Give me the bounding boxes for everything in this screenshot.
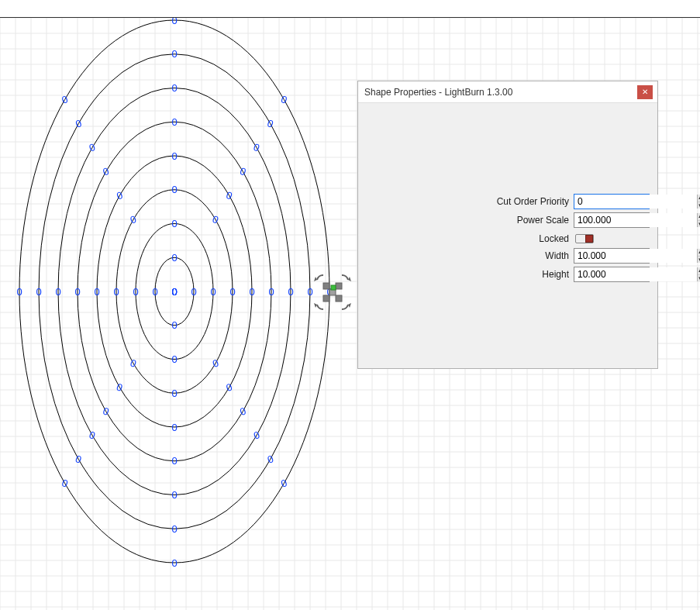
dialog-title: Shape Properties - LightBurn 1.3.00 — [364, 87, 637, 98]
svg-text:0: 0 — [74, 286, 80, 298]
svg-text:0: 0 — [191, 286, 196, 298]
svg-text:0: 0 — [252, 141, 261, 154]
svg-text:0: 0 — [268, 286, 274, 298]
svg-text:0: 0 — [171, 353, 177, 365]
dialog-titlebar[interactable]: Shape Properties - LightBurn 1.3.00 ✕ — [358, 81, 657, 103]
svg-text:0: 0 — [266, 117, 275, 130]
node-markers: 0000000000000000000000000000000000000000… — [16, 15, 332, 569]
svg-text:0: 0 — [171, 286, 177, 298]
move-gizmo[interactable] — [312, 275, 354, 309]
close-icon[interactable]: ✕ — [637, 85, 653, 99]
cut-order-spinner[interactable]: ▲▼ — [574, 194, 650, 209]
locked-toggle[interactable] — [575, 234, 594, 243]
svg-text:0: 0 — [16, 286, 22, 298]
svg-text:0: 0 — [171, 489, 177, 501]
svg-text:0: 0 — [133, 286, 138, 298]
svg-text:0: 0 — [171, 523, 177, 535]
width-input[interactable] — [574, 249, 697, 263]
height-input[interactable] — [574, 267, 697, 281]
cut-order-label: Cut Order Priority — [363, 196, 574, 207]
svg-text:0: 0 — [288, 286, 293, 298]
shape-properties-dialog[interactable]: Shape Properties - LightBurn 1.3.00 ✕ Cu… — [357, 81, 658, 369]
svg-text:0: 0 — [171, 422, 177, 433]
toggle-knob — [585, 235, 593, 243]
height-spinner[interactable]: ▲▼ — [574, 267, 650, 282]
svg-text:0: 0 — [171, 252, 177, 264]
svg-rect-154 — [336, 283, 342, 289]
svg-text:0: 0 — [55, 286, 60, 298]
svg-text:0: 0 — [171, 218, 177, 229]
svg-text:0: 0 — [115, 381, 124, 394]
dialog-body: Cut Order Priority ▲▼ Power Scale ▲▼ Loc… — [358, 103, 657, 368]
width-spinner[interactable]: ▲▼ — [574, 248, 650, 264]
svg-text:0: 0 — [102, 405, 111, 418]
svg-text:0: 0 — [115, 189, 124, 202]
svg-text:0: 0 — [171, 184, 177, 195]
locked-label: Locked — [363, 233, 574, 244]
workspace-canvas[interactable]: 0000000000000000000000000000000000000000… — [0, 0, 700, 610]
svg-text:0: 0 — [238, 405, 247, 418]
svg-text:0: 0 — [152, 286, 157, 298]
origin-handle[interactable] — [331, 285, 336, 290]
svg-text:0: 0 — [171, 557, 177, 569]
svg-rect-155 — [323, 295, 329, 302]
svg-text:0: 0 — [171, 150, 177, 162]
svg-text:0: 0 — [171, 388, 177, 399]
height-label: Height — [363, 269, 574, 280]
svg-text:0: 0 — [171, 319, 177, 331]
svg-text:0: 0 — [238, 165, 247, 178]
svg-text:0: 0 — [36, 286, 41, 298]
svg-text:0: 0 — [249, 286, 254, 298]
ruler-border — [0, 17, 700, 18]
svg-text:0: 0 — [102, 165, 111, 178]
svg-text:0: 0 — [171, 455, 177, 467]
svg-text:0: 0 — [171, 48, 177, 60]
svg-text:0: 0 — [74, 453, 83, 466]
svg-text:0: 0 — [171, 15, 177, 26]
svg-rect-153 — [323, 283, 329, 289]
power-scale-label: Power Scale — [363, 215, 574, 226]
svg-text:0: 0 — [74, 117, 83, 130]
svg-text:0: 0 — [113, 286, 119, 298]
svg-text:0: 0 — [171, 116, 177, 128]
svg-text:0: 0 — [210, 286, 216, 298]
svg-text:0: 0 — [171, 82, 177, 94]
svg-text:0: 0 — [252, 429, 261, 442]
svg-text:0: 0 — [266, 453, 275, 466]
svg-text:0: 0 — [88, 141, 97, 154]
svg-rect-156 — [336, 295, 342, 302]
svg-text:0: 0 — [94, 286, 99, 298]
svg-text:0: 0 — [88, 429, 97, 442]
svg-text:0: 0 — [229, 286, 235, 298]
width-label: Width — [363, 250, 574, 261]
power-scale-input[interactable] — [574, 213, 697, 227]
power-scale-spinner[interactable]: ▲▼ — [574, 212, 650, 228]
cut-order-input[interactable] — [574, 195, 697, 209]
